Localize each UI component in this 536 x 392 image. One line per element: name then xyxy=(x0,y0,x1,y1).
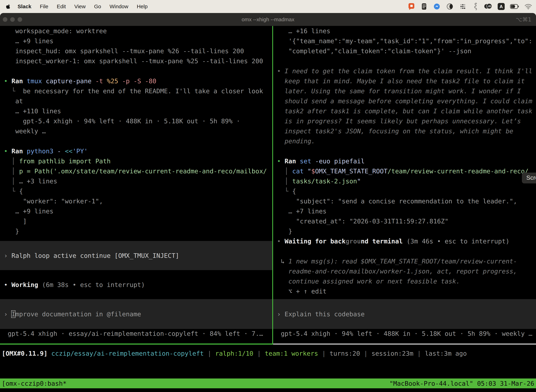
text-segment: set xyxy=(300,158,315,165)
text-segment: (6m 38s • esc to interrupt) xyxy=(38,281,145,288)
text-segment: cczip/essay/ai-reimplementation-copyleft xyxy=(51,350,204,357)
right-pane[interactable]: … +16 lines '{"team_name":"my-team","tas… xyxy=(273,26,536,345)
menu-app-name[interactable]: Slack xyxy=(18,4,31,9)
keypad-icon[interactable] xyxy=(420,3,428,10)
text-segment: python3 xyxy=(27,148,57,155)
left-input-text: › Improve documentation in @filename xyxy=(0,309,141,319)
terminal-row: at xyxy=(4,96,272,106)
moon-icon[interactable] xyxy=(446,3,454,10)
terminal-row: • Ran tmux capture-pane -t %25 -p -S -80 xyxy=(4,76,272,86)
close-button[interactable] xyxy=(3,17,7,22)
badge-front-circle: ..61 xyxy=(486,3,492,9)
terminal-row: │ … +3 lines xyxy=(4,176,272,186)
text-segment: should send a message before completing … xyxy=(277,98,532,105)
text-segment: inspect task2's JSON, focusing on the st… xyxy=(277,127,513,135)
text-segment: " xyxy=(357,177,361,185)
terminal-row: │ from pathlib import Path xyxy=(4,156,272,166)
text-segment: ↳ xyxy=(277,258,288,265)
left-pane[interactable]: workspace_mode: worktree … +9 lines insp… xyxy=(0,26,272,345)
text-segment: ] xyxy=(4,218,27,225)
text-segment: • xyxy=(277,158,285,165)
menu-item-edit[interactable]: Edit xyxy=(57,4,66,9)
terminal-row: "subject": "send a concise recommendatio… xyxy=(277,196,536,206)
terminal-row: "completed","claim_token":"claim-token"}… xyxy=(277,46,536,56)
terminal-row: weekly … xyxy=(4,126,272,136)
wifi-icon[interactable] xyxy=(524,3,532,10)
text-segment: "created_at": "2026-03-31T11:59:27.816Z" xyxy=(277,218,448,225)
battery-percent-badge[interactable]: ..61 xyxy=(484,3,492,10)
input-source-icon[interactable]: A xyxy=(498,3,505,10)
right-prompt-input[interactable]: › Explain this codebase xyxy=(273,299,536,329)
terminal-row: later. Using the same for transition mig… xyxy=(277,86,536,96)
text-segment: be necessary for the end of the README. … xyxy=(15,88,263,95)
terminal-row: │ p = Path('.omx/state/team/review-curre… xyxy=(4,166,272,176)
terminal-row: ] xyxy=(4,216,272,226)
menu-item-file[interactable]: File xyxy=(40,4,48,9)
left-prompt-input[interactable]: › Improve documentation in @filename xyxy=(0,299,272,329)
terminal-row: inspect_worker-1: omx sparkshell --tmux-… xyxy=(4,56,272,66)
zoom-button[interactable] xyxy=(18,17,22,22)
tmux-session-name[interactable]: [omx-cczip0:bash* xyxy=(2,380,67,387)
text-segment: | xyxy=(254,350,265,357)
text-segment: is in progress? It seems likely but perh… xyxy=(277,117,521,125)
terminal-row: • Waiting for background terminal (3m 46… xyxy=(277,236,536,246)
terminal-row: … +110 lines xyxy=(4,106,272,116)
terminal-row: • I need to get the claim token from the… xyxy=(277,66,536,76)
text-segment: Ran xyxy=(11,77,27,85)
menu-item-view[interactable]: View xyxy=(74,4,86,9)
menu-item-go[interactable]: Go xyxy=(94,4,101,9)
right-pane-border xyxy=(273,344,536,345)
text-segment: tmux xyxy=(27,77,46,85)
apple-menu[interactable] xyxy=(6,4,10,9)
text-segment: ⌥ + ↑ edit xyxy=(277,288,326,295)
text-segment: … +7 lines xyxy=(277,208,326,215)
minimize-button[interactable] xyxy=(10,17,15,22)
text-segment: turns:20 xyxy=(330,350,360,357)
notification-icon[interactable] xyxy=(408,3,415,10)
text-segment: … +110 lines xyxy=(4,107,61,115)
ralph-loop-banner: › Ralph loop active continue [OMX_TMUX_I… xyxy=(0,241,272,270)
terminal-row: "created_at": "2026-03-31T11:59:27.816Z" xyxy=(277,216,536,226)
text-segment: OMX_TEAM_STATE_ROOT xyxy=(315,168,388,175)
squiggle-icon[interactable] xyxy=(472,3,479,10)
battery-icon[interactable] xyxy=(510,3,519,10)
dots-grid-icon[interactable] xyxy=(459,3,467,10)
text-segment: Explain this codebase xyxy=(285,311,364,318)
terminal-row: '{"team_name":"my-team","task_id":"1","f… xyxy=(277,36,536,46)
terminal-row: └ { xyxy=(4,186,272,196)
text-segment: session:23m xyxy=(371,350,413,357)
messenger-icon[interactable] xyxy=(433,3,441,10)
menu-status-icons: ..61 A xyxy=(408,3,532,10)
terminal-row: └ { xyxy=(277,186,536,196)
terminal-row: • Ran set -euo pipefail xyxy=(277,156,536,166)
title-bar[interactable]: omx --xhigh --madmax ⌥⌘1 xyxy=(0,13,536,26)
terminal-row: gpt-5.4 xhigh · 94% left · 488K in · 5.1… xyxy=(4,116,272,126)
text-segment: (3m 46s • esc to interrupt) xyxy=(403,238,509,245)
left-pane-border xyxy=(0,344,272,345)
terminal-row: │ tasks/task-2.json" xyxy=(277,176,536,186)
text-segment: capture-pane xyxy=(46,77,95,85)
text-segment: task2 after task1 is complete, but can I… xyxy=(277,107,532,115)
text-segment: │ xyxy=(4,158,19,165)
text-segment xyxy=(48,350,51,357)
text-segment: '{"team_name":"my-team","task_id":"1","f… xyxy=(277,37,532,45)
text-segment: › xyxy=(4,252,11,259)
text-segment: { xyxy=(292,187,296,195)
text-segment: mprove documentation in @filename xyxy=(15,311,141,318)
terminal-row: keep that in mind. Maybe I also need the… xyxy=(277,76,536,86)
text-segment: › xyxy=(4,311,11,318)
screen-tooltip: Scre xyxy=(522,173,536,183)
text-segment: … +3 lines xyxy=(19,177,57,185)
text-segment: - xyxy=(57,148,65,155)
traffic-lights xyxy=(3,13,22,26)
right-pane-output: … +16 lines '{"team_name":"my-team","tas… xyxy=(277,26,536,296)
menu-item-help[interactable]: Help xyxy=(137,4,148,9)
text-segment: /team/review-current-readme-and-reco/ xyxy=(388,168,529,175)
terminal-row: ↳ 1 new msg(s): read $OMX_TEAM_STATE_ROO… xyxy=(277,256,536,266)
text-segment: | xyxy=(204,350,215,357)
terminal-row: … +16 lines xyxy=(277,26,536,36)
text-segment: -euo pipefail xyxy=(315,158,365,165)
menu-item-window[interactable]: Window xyxy=(110,4,128,9)
terminal-row xyxy=(4,66,272,76)
text-segment: │ xyxy=(4,177,19,185)
